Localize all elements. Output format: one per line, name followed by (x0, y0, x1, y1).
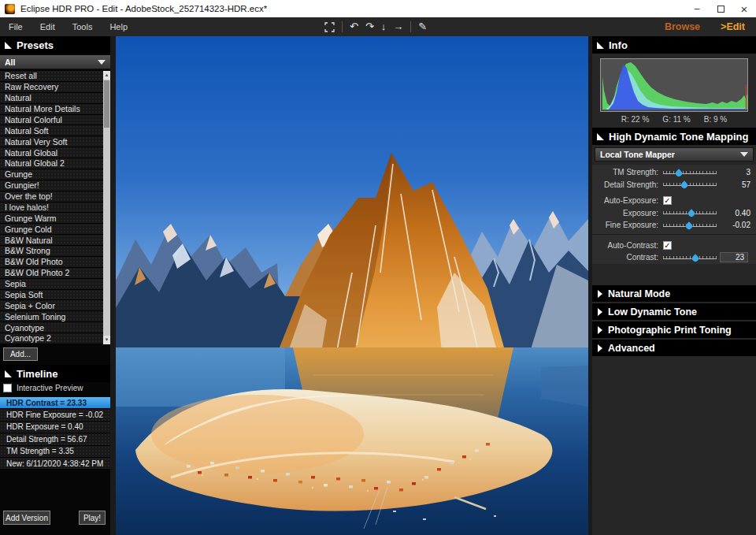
preset-scrollbar[interactable]: ▲ ▼ (103, 71, 110, 344)
preset-item[interactable]: Grunge Cold (0, 224, 103, 235)
slider-track (663, 169, 717, 174)
browse-tab[interactable]: Browse (665, 21, 700, 32)
menu-tools[interactable]: Tools (64, 17, 102, 36)
timeline-item[interactable]: Detail Strength = 56.67 (0, 433, 110, 445)
preset-filter-value: All (5, 58, 98, 67)
preset-item[interactable]: Raw Recovery (0, 82, 103, 93)
auto-exposure-checkbox[interactable]: ✓ (663, 196, 672, 205)
preset-item[interactable]: Natural Global 2 (0, 158, 103, 169)
presets-panel-header[interactable]: Presets (0, 36, 110, 54)
preset-item[interactable]: Grungier! (0, 180, 103, 191)
preset-item[interactable]: Sepia Soft (0, 290, 103, 301)
minimize-button[interactable]: – (685, 0, 709, 17)
auto-contrast-checkbox[interactable]: ✓ (663, 241, 672, 250)
menu-help[interactable]: Help (101, 17, 136, 36)
add-preset-button[interactable]: Add... (3, 347, 38, 361)
preset-item[interactable]: B&W Strong (0, 246, 103, 257)
info-panel-header[interactable]: Info (592, 36, 756, 54)
chevron-down-icon (98, 60, 106, 65)
fit-screen-icon[interactable] (324, 22, 335, 32)
tone-mapper-value: Local Tone Mapper (600, 150, 740, 159)
flip-vertical-icon[interactable]: ↓ (381, 17, 387, 36)
collapsed-panel-header[interactable]: Advanced (592, 340, 756, 356)
play-button[interactable]: Play! (79, 511, 106, 525)
flip-horizontal-icon[interactable]: → (393, 17, 403, 36)
collapsed-panel-label: Photographic Print Toning (608, 325, 732, 336)
collapsed-panel-header[interactable]: Low Dynamic Tone (592, 303, 756, 320)
add-version-button[interactable]: Add Version (3, 511, 50, 525)
toolbar-divider (410, 21, 411, 32)
tone-mapping-panel-header[interactable]: High Dynamic Tone Mapping (592, 128, 756, 145)
undo-icon[interactable]: ↶ (350, 17, 358, 36)
preset-item[interactable]: Natural Colorful (0, 115, 103, 126)
info-title: Info (609, 39, 628, 51)
exposure-row: Exposure:0.40 (592, 207, 756, 220)
contrast-value: 23 (720, 252, 748, 262)
redo-icon[interactable]: ↷ (365, 17, 374, 36)
timeline-item[interactable]: HDR Fine Exposure = -0.02 (0, 409, 110, 421)
preset-item[interactable]: B&W Old Photo 2 (0, 268, 103, 279)
preset-item[interactable]: B&W Old Photo (0, 257, 103, 268)
timeline-item[interactable]: New: 6/11/2020 4:38:42 PM (0, 458, 110, 470)
timeline-item[interactable]: HDR Exposure = 0.40 (0, 422, 110, 433)
collapsed-panel-header[interactable]: Photographic Print Toning (592, 321, 756, 338)
preset-item[interactable]: Natural Global (0, 147, 103, 158)
preset-item[interactable]: Natural (0, 93, 103, 104)
chevron-right-icon (598, 290, 602, 298)
edit-tab[interactable]: >Edit (721, 21, 745, 32)
interactive-preview-label: Interactive Preview (17, 384, 83, 392)
auto-contrast-label: Auto-Contrast: (592, 241, 663, 250)
timeline-panel-header[interactable]: Timeline (0, 365, 110, 382)
chevron-right-icon (598, 344, 602, 352)
preset-item[interactable]: Grunge Warm (0, 213, 103, 224)
green-percentage: G: 11 % (662, 115, 690, 124)
exposure-slider[interactable] (663, 208, 717, 217)
brush-icon[interactable]: ✎ (418, 17, 427, 36)
preset-item[interactable]: Cyanotype 2 (0, 333, 103, 344)
close-button[interactable]: × (732, 0, 756, 17)
presets-title: Presets (17, 39, 54, 51)
menu-edit[interactable]: Edit (32, 17, 64, 36)
timeline-list: HDR Contrast = 23.33HDR Fine Exposure = … (0, 397, 110, 470)
preset-item[interactable]: Natural Very Soft (0, 136, 103, 147)
fine-exposure-value: -0.02 (717, 221, 756, 229)
histogram (600, 58, 748, 112)
slider-track (663, 254, 717, 259)
preset-item[interactable]: B&W Natural (0, 235, 103, 246)
detail-strength-slider[interactable] (663, 180, 717, 189)
timeline-item[interactable]: TM Strength = 3.35 (0, 446, 110, 458)
contrast-slider[interactable] (663, 253, 717, 262)
preset-item[interactable]: Reset all (0, 71, 103, 82)
menu-file[interactable]: File (0, 17, 32, 36)
preset-item[interactable]: I love halos! (0, 202, 103, 214)
preset-item[interactable]: Sepia + Color (0, 300, 103, 311)
scroll-up-icon[interactable]: ▲ (103, 71, 110, 80)
chevron-down-icon (740, 152, 748, 157)
preset-filter-dropdown[interactable]: All (0, 55, 110, 69)
tm-strength-slider[interactable] (663, 168, 717, 177)
scroll-thumb[interactable] (104, 80, 109, 128)
blue-percentage: B: 9 % (704, 115, 727, 124)
tm-strength-row: TM Strength:3 (592, 166, 756, 179)
preset-item[interactable]: Selenium Toning (0, 311, 103, 322)
preset-item[interactable]: Natural Soft (0, 125, 103, 136)
interactive-preview-checkbox[interactable] (3, 384, 12, 392)
toolbar: ↶ ↷ ↓ → ✎ (324, 17, 427, 36)
chevron-right-icon (598, 326, 602, 334)
collapsed-panel-header[interactable]: Natural Mode (592, 285, 756, 302)
preset-item[interactable]: Grunge (0, 169, 103, 180)
fine-exposure-slider[interactable] (663, 221, 717, 230)
tone-mapper-dropdown[interactable]: Local Tone Mapper (595, 147, 754, 162)
preset-item[interactable]: Natural More Details (0, 104, 103, 115)
scroll-down-icon[interactable]: ▼ (103, 336, 110, 344)
collapsed-panel-label: Low Dynamic Tone (608, 307, 697, 318)
preset-item[interactable]: Over the top! (0, 191, 103, 202)
title-bar: Eclipse HDR PRO - Edit - AdobeStock_2527… (0, 0, 756, 17)
collapsed-panel-label: Natural Mode (608, 288, 670, 299)
preset-item[interactable]: Sepia (0, 279, 103, 290)
timeline-item[interactable]: HDR Contrast = 23.33 (0, 397, 110, 409)
auto-exposure-label: Auto-Exposure: (592, 196, 663, 205)
maximize-button[interactable] (709, 0, 732, 17)
preset-item[interactable]: Cyanotype (0, 322, 103, 333)
photo-canvas[interactable] (116, 36, 588, 535)
